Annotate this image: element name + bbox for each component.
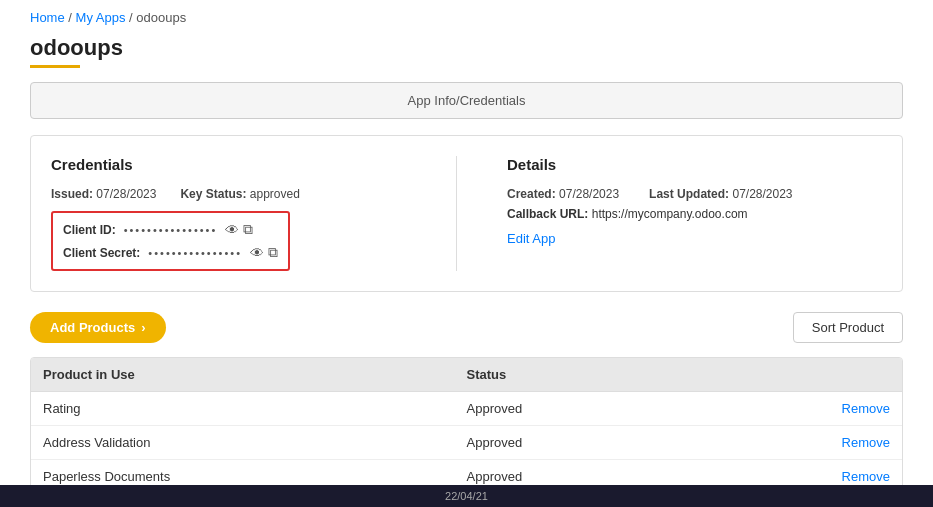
page-title: odooups — [0, 29, 933, 65]
remove-link[interactable]: Remove — [842, 435, 890, 450]
edit-app-link[interactable]: Edit App — [507, 231, 555, 246]
details-dates-row: Created: 07/28/2023 Last Updated: 07/28/… — [507, 187, 882, 201]
details-title: Details — [507, 156, 882, 173]
remove-link[interactable]: Remove — [842, 469, 890, 484]
header-product: Product in Use — [43, 367, 467, 382]
product-name: Paperless Documents — [43, 469, 467, 484]
product-name: Rating — [43, 401, 467, 416]
client-secret-eye-icon[interactable]: 👁 — [250, 245, 264, 261]
table-header: Product in Use Status — [31, 358, 902, 392]
tab-bar[interactable]: App Info/Credentials — [30, 82, 903, 119]
cred-fields-box: Client ID: •••••••••••••••• 👁 ⧉ Client S… — [51, 211, 290, 271]
client-id-eye-icon[interactable]: 👁 — [225, 222, 239, 238]
client-secret-copy-icon[interactable]: ⧉ — [268, 244, 278, 261]
header-action — [678, 367, 890, 382]
breadcrumb-current: odooups — [136, 10, 186, 25]
cred-meta: Issued: 07/28/2023 Key Status: approved — [51, 187, 426, 201]
product-action: Remove — [678, 401, 890, 416]
tab-app-info[interactable]: App Info/Credentials — [408, 93, 526, 108]
product-action: Remove — [678, 435, 890, 450]
title-underline — [30, 65, 80, 68]
client-secret-row: Client Secret: •••••••••••••••• 👁 ⧉ — [63, 244, 278, 261]
client-id-row: Client ID: •••••••••••••••• 👁 ⧉ — [63, 221, 278, 238]
details-section: Details Created: 07/28/2023 Last Updated… — [497, 156, 882, 271]
credentials-card: Credentials Issued: 07/28/2023 Key Statu… — [30, 135, 903, 292]
breadcrumb-myapps[interactable]: My Apps — [76, 10, 126, 25]
product-name: Address Validation — [43, 435, 467, 450]
products-table: Product in Use Status Rating Approved Re… — [30, 357, 903, 494]
credentials-title: Credentials — [51, 156, 426, 173]
table-row: Address Validation Approved Remove — [31, 426, 902, 460]
header-status: Status — [467, 367, 679, 382]
bottom-bar-text: 22/04/21 — [445, 490, 488, 494]
callback-url-row: Callback URL: https://mycompany.odoo.com — [507, 207, 882, 221]
table-row: Rating Approved Remove — [31, 392, 902, 426]
actions-bar: Add Products › Sort Product — [30, 312, 903, 343]
sort-product-button[interactable]: Sort Product — [793, 312, 903, 343]
client-id-copy-icon[interactable]: ⧉ — [243, 221, 253, 238]
remove-link[interactable]: Remove — [842, 401, 890, 416]
breadcrumb-home[interactable]: Home — [30, 10, 65, 25]
credentials-section: Credentials Issued: 07/28/2023 Key Statu… — [51, 156, 457, 271]
bottom-bar: 22/04/21 — [0, 485, 933, 494]
product-status: Approved — [467, 401, 679, 416]
chevron-right-icon: › — [141, 320, 145, 335]
product-status: Approved — [467, 435, 679, 450]
add-products-button[interactable]: Add Products › — [30, 312, 166, 343]
product-status: Approved — [467, 469, 679, 484]
product-action: Remove — [678, 469, 890, 484]
breadcrumb: Home / My Apps / odooups — [0, 0, 933, 29]
